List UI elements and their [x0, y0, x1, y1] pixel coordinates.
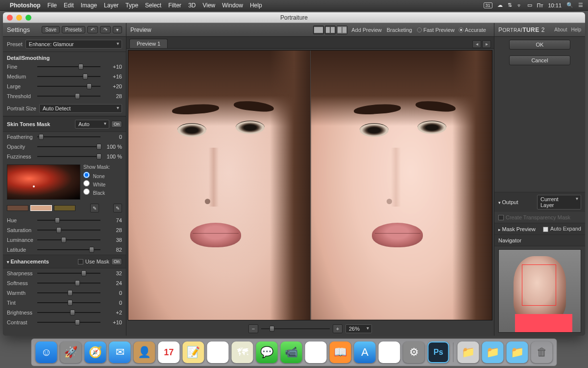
- view-stacked-button[interactable]: [325, 26, 336, 34]
- mask-preview-section[interactable]: Mask Preview: [498, 226, 536, 232]
- tint-slider[interactable]: [37, 299, 100, 306]
- dock-contacts-icon[interactable]: 👤: [134, 342, 155, 363]
- warmth-slider[interactable]: [37, 289, 100, 296]
- dock-mail-icon[interactable]: ✉: [109, 342, 131, 363]
- dock-folder3-icon[interactable]: 📁: [507, 342, 528, 363]
- menu-edit[interactable]: Edit: [64, 2, 74, 9]
- dock-safari-icon[interactable]: 🧭: [85, 342, 106, 363]
- feathering-slider[interactable]: [37, 133, 100, 140]
- preset-dropdown[interactable]: Enhance: Glamour: [25, 40, 122, 49]
- dock-photoshop-icon[interactable]: Ps: [428, 342, 449, 363]
- menubar-cloud-icon[interactable]: ☁: [497, 2, 503, 8]
- help-link[interactable]: Help: [571, 27, 581, 32]
- menu-help[interactable]: Help: [250, 2, 262, 9]
- dock-calendar-icon[interactable]: 17: [158, 342, 180, 363]
- mask-none-radio[interactable]: None: [83, 171, 122, 180]
- saturation-slider[interactable]: [37, 227, 100, 234]
- app-name[interactable]: Photoshop: [10, 2, 41, 9]
- undo-button[interactable]: ↶: [87, 26, 98, 33]
- dock-ibooks-icon[interactable]: 📖: [330, 342, 351, 363]
- mask-black-radio[interactable]: Black: [83, 188, 122, 196]
- dock-launchpad-icon[interactable]: 🚀: [60, 342, 82, 363]
- tab-prev-button[interactable]: ◂: [472, 40, 481, 48]
- menu-type[interactable]: Type: [125, 2, 138, 9]
- dock-itunes-icon[interactable]: ♫: [305, 342, 327, 363]
- preview-area[interactable]: [128, 50, 492, 320]
- zoom-in-button[interactable]: +: [333, 324, 343, 333]
- menubar-spotlight-icon[interactable]: 🔍: [566, 2, 573, 8]
- skin-tone-on-toggle[interactable]: On: [111, 121, 122, 128]
- dock-maps-icon[interactable]: 🗺: [232, 342, 253, 363]
- navigator-viewport-rect[interactable]: [522, 264, 556, 306]
- contrast-slider[interactable]: [37, 319, 100, 326]
- menubar-calendar-icon[interactable]: 31: [484, 2, 492, 8]
- swatch-2[interactable]: [30, 205, 52, 211]
- navigator-thumbnail[interactable]: [498, 249, 581, 333]
- swatch-1[interactable]: [7, 205, 28, 211]
- view-split-button[interactable]: [337, 26, 347, 34]
- eyedropper-minus-button[interactable]: ✎: [113, 204, 122, 212]
- history-dropdown[interactable]: ▾: [113, 26, 122, 33]
- preview-tab-1[interactable]: Preview 1: [129, 39, 168, 48]
- zoom-out-button[interactable]: −: [248, 324, 258, 333]
- softness-slider[interactable]: [37, 280, 100, 287]
- use-mask-checkbox[interactable]: Use Mask: [78, 259, 109, 265]
- mask-white-radio[interactable]: White: [83, 180, 122, 188]
- about-link[interactable]: About: [554, 27, 567, 32]
- menu-select[interactable]: Select: [145, 2, 161, 9]
- menu-file[interactable]: File: [48, 2, 57, 9]
- medium-slider[interactable]: [37, 73, 100, 80]
- dock-folder1-icon[interactable]: 📁: [458, 342, 479, 363]
- zoom-slider[interactable]: [261, 325, 330, 332]
- auto-expand-checkbox[interactable]: Auto Expand: [543, 226, 581, 232]
- enhancements-title[interactable]: Enhancements: [7, 259, 49, 264]
- eyedropper-button[interactable]: ✎: [90, 204, 99, 212]
- presets-button[interactable]: Presets: [62, 26, 85, 33]
- sharpness-slider[interactable]: [37, 270, 100, 277]
- dock-settings-icon[interactable]: ⚙: [403, 342, 425, 363]
- color-picker-gradient[interactable]: [7, 164, 80, 200]
- fast-preview-radio[interactable]: Fast Preview: [417, 27, 455, 33]
- output-dropdown[interactable]: Current Layer: [537, 195, 581, 210]
- hue-slider[interactable]: [37, 217, 100, 224]
- fuzziness-slider[interactable]: [37, 153, 100, 160]
- opacity-slider[interactable]: [37, 143, 100, 150]
- menu-3d[interactable]: 3D: [188, 2, 196, 9]
- dock-finder-icon[interactable]: ☺: [36, 342, 57, 363]
- redo-button[interactable]: ↷: [100, 26, 111, 33]
- latitude-slider[interactable]: [37, 246, 100, 253]
- ok-button[interactable]: OK: [509, 40, 570, 50]
- zoom-dropdown[interactable]: 26%: [345, 324, 372, 333]
- menubar-battery-icon[interactable]: ▭: [527, 2, 532, 8]
- dock-trash-icon[interactable]: 🗑: [531, 342, 553, 363]
- add-preview-button[interactable]: Add Preview: [351, 27, 382, 33]
- large-slider[interactable]: [37, 83, 100, 90]
- swatch-3[interactable]: [54, 205, 75, 211]
- save-button[interactable]: Save: [42, 26, 60, 33]
- menu-window[interactable]: Window: [222, 2, 243, 9]
- portrait-size-dropdown[interactable]: Auto Detect: [39, 104, 122, 113]
- brightness-slider[interactable]: [37, 309, 100, 316]
- dock-preview-icon[interactable]: 🖼: [379, 342, 400, 363]
- menu-image[interactable]: Image: [81, 2, 97, 9]
- view-single-button[interactable]: [313, 26, 324, 34]
- output-section[interactable]: Output: [498, 199, 518, 205]
- dock-facetime-icon[interactable]: 📹: [281, 342, 302, 363]
- dock-appstore-icon[interactable]: A: [354, 342, 376, 363]
- window-maximize-button[interactable]: [25, 15, 31, 21]
- menubar-sync-icon[interactable]: ⇅: [508, 2, 512, 8]
- window-titlebar[interactable]: Portraiture: [3, 12, 585, 23]
- luminance-slider[interactable]: [37, 237, 100, 243]
- dock-messages-icon[interactable]: 💬: [256, 342, 278, 363]
- fine-slider[interactable]: [37, 63, 100, 70]
- menubar-wifi-icon[interactable]: ᯤ: [517, 2, 522, 8]
- cancel-button[interactable]: Cancel: [509, 55, 570, 65]
- enhancements-on-toggle[interactable]: On: [111, 258, 122, 265]
- dock-notes-icon[interactable]: 📝: [183, 342, 204, 363]
- menubar-list-icon[interactable]: ☰: [578, 2, 583, 8]
- dock-reminders-icon[interactable]: ☑: [207, 342, 229, 363]
- window-minimize-button[interactable]: [16, 15, 22, 21]
- bracketing-button[interactable]: Bracketing: [387, 27, 412, 33]
- accurate-radio[interactable]: Accurate: [459, 27, 486, 33]
- menu-layer[interactable]: Layer: [104, 2, 119, 9]
